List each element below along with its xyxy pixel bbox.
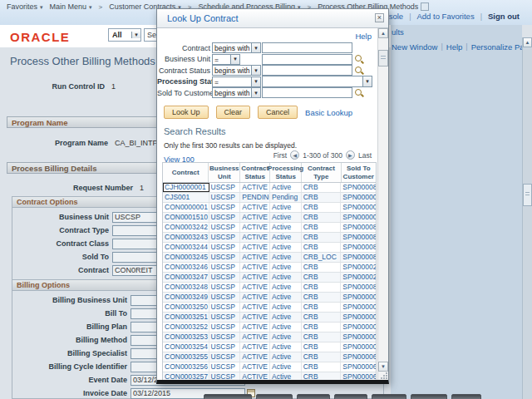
sold-to-customer-cell[interactable]: SPN0000622 [341,362,376,372]
contract-type-cell[interactable]: CRB [302,352,342,362]
business-unit-cell[interactable]: USCSP [209,273,241,282]
processing-status-cell[interactable]: Active [270,243,302,252]
search-results-link-fragment[interactable]: ults [392,27,404,37]
criteria-input[interactable] [262,42,352,53]
contract-link[interactable]: CJH0000001 [163,183,209,192]
criteria-input[interactable] [262,54,352,65]
pager-first-label[interactable]: First [273,151,288,160]
processing-status-cell[interactable]: Active [270,253,302,262]
contract-status-cell[interactable]: ACTIVE [240,352,270,362]
criteria-input[interactable] [262,65,352,76]
chevron-down-icon[interactable] [230,55,239,64]
chevron-down-icon[interactable] [251,66,260,75]
previous-page-icon[interactable]: ◀ [290,150,299,160]
sold-to-customer-cell[interactable]: SPN0000223 [341,263,376,272]
contract-status-cell[interactable]: PENDING [240,193,270,202]
sold-to-customer-cell[interactable]: SPN0000040 [341,303,376,312]
partial-button[interactable] [256,394,293,399]
sold-to-customer-cell[interactable]: SPN0000223 [341,273,376,282]
contract-status-cell[interactable]: ACTIVE [240,253,270,262]
contract-type-cell[interactable]: CRB [302,332,342,342]
business-unit-cell[interactable]: USCSP [209,303,241,312]
contract-status-cell[interactable]: ACTIVE [240,273,270,282]
contract-status-cell[interactable]: ACTIVE [240,233,270,242]
breadcrumb-item[interactable]: Favorites ▾ [7,2,43,11]
pager-last-label[interactable]: Last [358,151,372,160]
business-unit-cell[interactable]: USCSP [209,193,241,202]
processing-status-cell[interactable]: Active [270,313,302,322]
business-unit-cell[interactable]: USCSP [209,293,241,302]
resize-grip-icon[interactable] [380,372,388,380]
scroll-up-icon[interactable]: ▲ [523,37,532,47]
contract-link[interactable]: CON0003246 [163,263,209,272]
contract-type-cell[interactable]: CRB [302,313,342,322]
column-header[interactable]: Business Unit [209,163,240,182]
contract-type-cell[interactable]: CRB [302,263,342,272]
clear-button[interactable]: Clear [216,106,251,119]
partial-button[interactable] [204,394,252,399]
business-unit-cell[interactable]: USCSP [209,313,241,322]
contract-type-cell[interactable]: CRB [302,213,342,222]
contract-type-cell[interactable]: CRB [302,273,342,282]
contract-status-cell[interactable]: ACTIVE [240,293,270,302]
contract-type-cell[interactable]: CRB [302,323,342,332]
contract-type-cell[interactable]: CRB [302,372,342,380]
breadcrumb-item[interactable]: Main Menu ▾ [50,2,92,11]
business-unit-cell[interactable]: USCSP [209,323,241,332]
processing-status-cell[interactable]: Active [270,183,302,192]
page-scrollbar[interactable]: ▲ [522,37,532,399]
business-unit-cell[interactable]: USCSP [209,213,241,222]
contract-status-cell[interactable]: ACTIVE [240,372,270,380]
lookup-icon[interactable] [355,55,363,63]
business-unit-cell[interactable]: USCSP [209,233,241,242]
processing-status-cell[interactable]: Active [270,273,302,282]
contract-type-cell[interactable]: CRB [302,293,342,302]
contract-status-cell[interactable]: ACTIVE [240,223,270,232]
contract-status-cell[interactable]: ACTIVE [240,203,270,212]
column-header[interactable]: Processing Status [270,163,302,182]
contract-link[interactable]: CON0001510 [163,213,209,222]
scroll-down-icon[interactable]: ▼ [378,362,388,372]
contract-type-cell[interactable]: CRB [302,362,342,372]
sold-to-customer-cell[interactable]: SPN0000006 [341,213,376,222]
processing-status-cell[interactable]: Active [270,203,302,212]
contract-status-cell[interactable]: ACTIVE [240,342,270,352]
next-page-icon[interactable]: ▶ [346,150,355,160]
lookup-icon[interactable] [355,66,363,75]
contract-link[interactable]: CON0003252 [163,323,209,332]
contract-type-cell[interactable]: CRB [302,243,342,252]
sold-to-customer-cell[interactable]: SPN0000809 [341,233,376,242]
column-header[interactable]: Sold To Customer [342,163,376,182]
sold-to-customer-cell[interactable]: SPN0000809 [341,183,376,192]
contract-link[interactable]: CON0003248 [163,283,209,292]
operator-select[interactable]: begins with [212,65,261,76]
contract-type-cell[interactable]: CRB [302,233,342,242]
criteria-input[interactable] [262,87,352,98]
processing-status-cell[interactable]: Active [270,293,302,302]
chevron-down-icon[interactable] [251,88,260,97]
processing-status-cell[interactable]: Active [270,372,302,380]
contract-link[interactable]: CON0003242 [163,223,209,232]
contract-type-cell[interactable]: CRB [302,203,342,212]
operator-select[interactable]: = [212,54,240,65]
operator-select[interactable]: = [212,76,261,87]
contract-status-cell[interactable]: ACTIVE [240,362,270,372]
contract-link[interactable]: CON0003249 [163,293,209,302]
contract-status-cell[interactable]: ACTIVE [240,213,270,222]
sold-to-customer-cell[interactable]: SPN0000809 [341,223,376,232]
close-icon[interactable]: × [375,13,384,22]
business-unit-cell[interactable]: USCSP [209,283,241,292]
contract-link[interactable]: CON0003255 [163,352,209,362]
business-unit-cell[interactable]: USCSP [209,203,241,212]
business-unit-cell[interactable]: USCSP [209,183,241,192]
contract-type-cell[interactable]: CRB [302,183,342,192]
help-link[interactable]: Help [355,32,372,41]
contract-status-cell[interactable]: ACTIVE [240,332,270,342]
partial-button[interactable] [451,394,481,399]
contract-type-cell[interactable]: CRB [302,342,342,352]
help-link[interactable]: Help [446,42,463,52]
scrollbar-thumb[interactable] [378,50,388,66]
sold-to-customer-cell[interactable]: SPN0000809 [341,243,376,252]
sold-to-customer-cell[interactable]: SPN0000040 [341,293,376,302]
contract-link[interactable]: CON0003243 [163,233,209,242]
